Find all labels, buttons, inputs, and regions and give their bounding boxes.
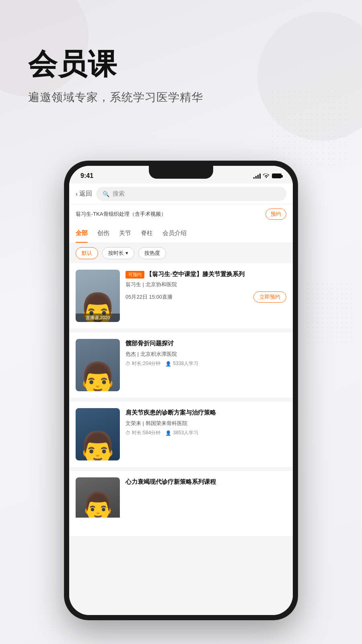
course-info-1: 可预约 【翁习生·空中课堂】膝关节置换系列 翁习生 | 北京协和医院 05月22… (125, 270, 286, 322)
content-area: ‹ 返回 🔍 搜索 翁习生-TKA骨组织处理（含手术视频） 预约 全部 (69, 184, 293, 615)
course-title-1: 【翁习生·空中课堂】膝关节置换系列 (146, 270, 244, 277)
search-placeholder: 搜索 (113, 190, 125, 198)
course-list: 👨 直播课.2020 可预约 【翁习生·空中课堂】膝关节置换系列 翁习生 | 北… (69, 263, 293, 615)
course-doctor-1: 翁习生 | 北京协和医院 (125, 281, 286, 288)
top-nav: ‹ 返回 🔍 搜索 (69, 184, 293, 204)
course-action-row-1: 05月22日 15:00直播 立即预约 (125, 291, 286, 303)
course-title-2: 髋部骨折问题探讨 (125, 339, 286, 347)
phone-frame: 9:41 ‹ (64, 161, 298, 620)
status-time: 9:41 (80, 172, 93, 180)
phone-screen: 9:41 ‹ (69, 166, 293, 615)
course-card-1[interactable]: 👨 直播课.2020 可预约 【翁习生·空中课堂】膝关节置换系列 翁习生 | 北… (69, 263, 293, 328)
course-card-3[interactable]: 👨 肩关节疾患的诊断方案与治疗策略 文荣来 | 韩国荣来骨科医院 ⏱ 时长:58… (69, 402, 293, 467)
person-icon: 👤 (165, 361, 171, 367)
course-card-4[interactable]: 👨 心力衰竭现代诊疗新策略系列课程 (69, 471, 293, 536)
search-bar[interactable]: 🔍 搜索 (96, 187, 286, 201)
signal-icon (253, 173, 261, 179)
reserve-action-btn-1[interactable]: 立即预约 (253, 291, 286, 303)
person-icon-3: 👤 (165, 430, 171, 436)
tab-joint[interactable]: 关节 (119, 224, 131, 243)
course-card-2[interactable]: 👨 髋部骨折问题探讨 危杰 | 北京积水潭医院 ⏱ 时长:204分钟 (69, 332, 293, 398)
tab-all[interactable]: 全部 (76, 224, 88, 243)
category-tabs: 全部 创伤 关节 脊柱 会员介绍 (69, 224, 293, 243)
students-meta-3: 👤 3853人学习 (165, 429, 198, 436)
course-info-2: 髋部骨折问题探讨 危杰 | 北京积水潭医院 ⏱ 时长:204分钟 👤 5338人… (125, 339, 286, 391)
tab-spine[interactable]: 脊柱 (141, 224, 153, 243)
back-button[interactable]: ‹ 返回 (76, 190, 92, 198)
tab-trauma[interactable]: 创伤 (97, 224, 109, 243)
course-badge-1: 可预约 (125, 271, 144, 279)
course-title-3: 肩关节疾患的诊断方案与治疗策略 (125, 408, 286, 417)
filter-default[interactable]: 默认 (76, 247, 98, 259)
course-info-bar: 翁习生-TKA骨组织处理（含手术视频） 预约 (69, 204, 293, 224)
clock-icon: ⏱ (125, 361, 130, 367)
hero-section: 会员课 遍邀领域专家，系统学习医学精华 (28, 48, 203, 105)
back-chevron-icon: ‹ (76, 190, 78, 198)
search-icon: 🔍 (103, 191, 109, 197)
hero-title: 会员课 (28, 48, 203, 80)
course-meta-2: ⏱ 时长:204分钟 👤 5338人学习 (125, 360, 286, 367)
battery-icon (272, 173, 282, 178)
course-info-text: 翁习生-TKA骨组织处理（含手术视频） (76, 211, 166, 218)
course-meta-3: ⏱ 时长:584分钟 👤 3853人学习 (125, 429, 286, 436)
course-doctor-2: 危杰 | 北京积水潭医院 (125, 351, 286, 358)
duration-meta-3: ⏱ 时长:584分钟 (125, 429, 160, 436)
tab-member-intro[interactable]: 会员介绍 (162, 224, 187, 243)
wifi-icon (263, 173, 269, 179)
filter-duration[interactable]: 按时长 ▾ (102, 247, 134, 259)
filter-row: 默认 按时长 ▾ 按热度 (69, 243, 293, 263)
course-thumb-3: 👨 (76, 408, 120, 460)
reserve-button[interactable]: 预约 (265, 208, 286, 220)
phone-notch (149, 166, 213, 179)
back-label: 返回 (79, 190, 92, 198)
live-time-1: 05月22日 15:00直播 (125, 293, 173, 301)
course-info-4: 心力衰竭现代诊疗新策略系列课程 (125, 477, 286, 530)
course-info-3: 肩关节疾患的诊断方案与治疗策略 文荣来 | 韩国荣来骨科医院 ⏱ 时长:584分… (125, 408, 286, 460)
course-title-4: 心力衰竭现代诊疗新策略系列课程 (125, 477, 286, 486)
duration-meta-2: ⏱ 时长:204分钟 (125, 360, 160, 367)
phone-mockup: 9:41 ‹ (64, 161, 298, 620)
students-meta-2: 👤 5338人学习 (165, 360, 198, 367)
status-icons (253, 173, 282, 179)
course-doctor-3: 文荣来 | 韩国荣来骨科医院 (125, 420, 286, 427)
hero-subtitle: 遍邀领域专家，系统学习医学精华 (28, 90, 203, 105)
clock-icon-3: ⏱ (125, 430, 130, 436)
course-thumb-2: 👨 (76, 339, 120, 391)
course-thumb-1: 👨 直播课.2020 (76, 270, 120, 322)
filter-popularity[interactable]: 按热度 (138, 247, 166, 259)
thumb-label-1: 直播课.2020 (76, 314, 120, 322)
course-thumb-4: 👨 (76, 477, 120, 530)
